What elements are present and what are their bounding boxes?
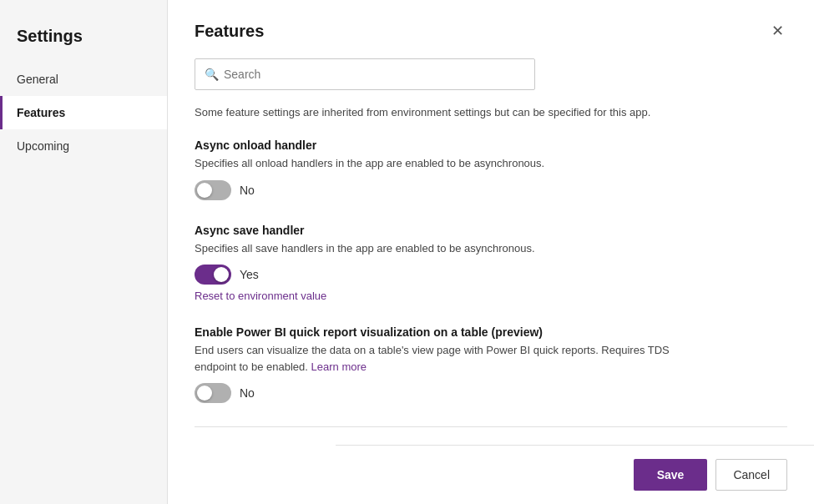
main-panel: Features ✕ 🔍 Some feature settings are i… <box>168 0 814 504</box>
sidebar-title: Settings <box>0 17 167 63</box>
main-scroll-area: 🔍 Some feature settings are inherited fr… <box>195 58 787 504</box>
close-button[interactable]: ✕ <box>768 20 787 42</box>
sidebar-item-upcoming[interactable]: Upcoming <box>0 129 167 163</box>
feature-title-async-save: Async save handler <box>195 224 787 237</box>
search-input[interactable] <box>195 58 535 90</box>
toggle-row-async-onload: No <box>195 180 787 200</box>
toggle-row-powerbi: No <box>195 383 787 403</box>
settings-dialog: Settings General Features Upcoming Featu… <box>0 0 814 504</box>
reset-to-environment-link[interactable]: Reset to environment value <box>195 290 326 302</box>
feature-desc-async-save: Specifies all save handlers in the app a… <box>195 240 679 257</box>
toggle-row-async-save: Yes <box>195 265 787 285</box>
toggle-async-onload[interactable] <box>195 180 231 200</box>
sidebar-item-general[interactable]: General <box>0 63 167 96</box>
toggle-label-async-onload: No <box>240 184 255 197</box>
save-button[interactable]: Save <box>634 459 708 491</box>
bottom-divider <box>195 426 787 427</box>
feature-title-powerbi: Enable Power BI quick report visualizati… <box>195 325 787 339</box>
page-title: Features <box>195 22 264 41</box>
feature-desc-async-onload: Specifies all onload handlers in the app… <box>195 155 679 172</box>
features-subtitle: Some feature settings are inherited from… <box>195 105 787 120</box>
sidebar: Settings General Features Upcoming <box>0 0 168 504</box>
toggle-powerbi[interactable] <box>195 383 231 403</box>
feature-async-onload: Async onload handler Specifies all onloa… <box>195 139 787 200</box>
toggle-async-save[interactable] <box>195 265 231 285</box>
sidebar-item-features[interactable]: Features <box>0 96 167 129</box>
cancel-button[interactable]: Cancel <box>715 459 787 491</box>
feature-desc-powerbi: End users can visualize the data on a ta… <box>195 342 679 375</box>
learn-more-link[interactable]: Learn more <box>311 360 367 373</box>
footer: Save Cancel <box>336 445 814 504</box>
search-icon: 🔍 <box>205 68 219 81</box>
toggle-label-async-save: Yes <box>240 268 259 281</box>
main-header: Features ✕ <box>195 20 787 42</box>
feature-title-async-onload: Async onload handler <box>195 139 787 152</box>
toggle-label-powerbi: No <box>240 386 255 400</box>
feature-powerbi: Enable Power BI quick report visualizati… <box>195 325 787 403</box>
feature-async-save: Async save handler Specifies all save ha… <box>195 224 787 303</box>
search-container: 🔍 <box>195 58 787 90</box>
